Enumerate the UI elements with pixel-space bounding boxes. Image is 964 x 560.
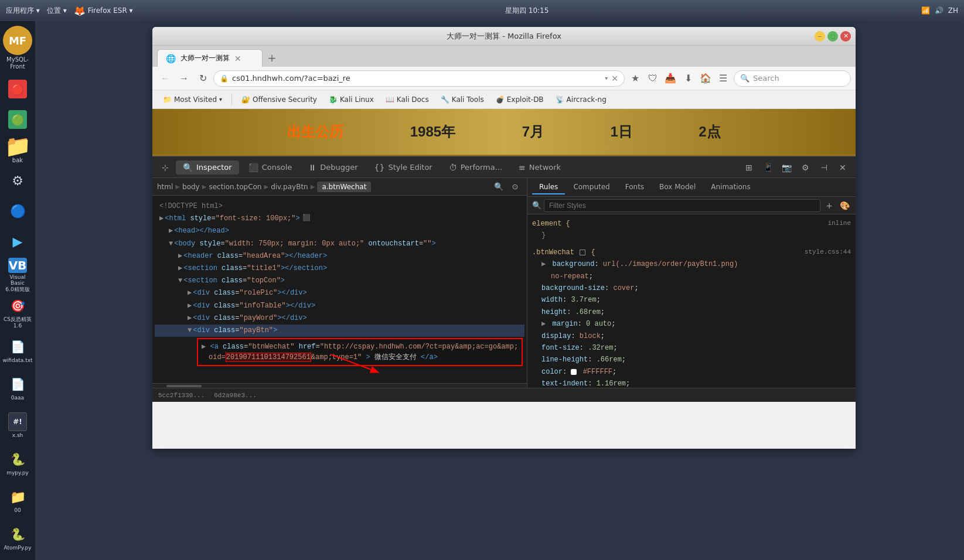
address-dropdown-icon[interactable]: ▾ [605,75,608,81]
breadcrumb-div[interactable]: div.payBtn [271,183,308,191]
sidebar-icon-vb[interactable]: VB Visual Basic6.0精简版 [4,258,32,293]
sidebar-icon-1[interactable]: 🟢 [4,105,32,134]
tab-performance[interactable]: ⏱ Performa... [442,161,509,175]
css-tab-computed[interactable]: Computed [566,180,616,194]
sidebar-icon-cs[interactable]: 🎯 CS反恐精英1.6 [4,295,32,330]
expand-rolepic[interactable]: ▶ [188,288,192,299]
search-box[interactable]: 🔍 Search [734,70,851,87]
tab-debugger[interactable]: ⏸ Debugger [301,161,365,175]
css-tab-animations[interactable]: Animations [704,180,757,194]
tab-inspector[interactable]: 🔍 Inspector [176,161,239,175]
download-button[interactable]: ⬇ [680,70,696,87]
new-tab-button[interactable]: + [264,49,280,66]
css-tab-rules[interactable]: Rules [532,180,565,194]
taskbar-position[interactable]: 位置 ▾ [47,6,67,16]
sidebar-icon-bak[interactable]: 📁 bak [4,136,32,164]
css-tab-boxmodel[interactable]: Box Model [652,180,703,194]
expand-a: ▶ [202,343,206,351]
devtools-responsive-button[interactable]: 📱 [759,159,776,176]
user-avatar[interactable]: MF MySQL-Front [3,26,32,70]
bookmark-kali-tools[interactable]: 🔧 Kali Tools [436,94,489,105]
css-prop-font-size: font-size: .32rem; [541,342,851,354]
tab-console[interactable]: ⬛ Console [241,161,299,175]
code-line-head: ▶ <head></head> [155,225,524,237]
sidebar-icon-mypy[interactable]: 🐍 mypy.py [4,445,32,480]
tab-style-editor[interactable]: {} Style Editor [367,161,440,175]
sidebar-icon-0[interactable]: 🔴 [4,75,32,103]
bookmark-offensive[interactable]: 🔐 Offensive Security [237,94,322,105]
devtools-screenshot-button[interactable]: 📷 [778,159,795,176]
devtools-layout-button[interactable]: ⊞ [741,159,757,176]
star-button[interactable]: ★ [627,70,643,87]
language-indicator[interactable]: ZH [948,6,958,15]
home-button[interactable]: 🏠 [697,70,714,87]
background-expand[interactable]: ▶ [541,260,546,268]
expand-topcon[interactable]: ▼ [178,275,182,286]
html-code[interactable]: <!DOCTYPE html> ▶ <html style="font-size… [152,196,527,383]
bookmark-most-visited[interactable]: 📁 Most Visited ▾ [158,94,227,105]
expand-html[interactable]: ▶ [159,213,163,224]
address-reload-icon[interactable]: ✕ [611,74,618,83]
bookmarks-bar: 📁 Most Visited ▾ 🔐 Offensive Security 🐉 … [152,90,856,109]
devtools-settings-button[interactable]: ⚙ [797,159,813,176]
breadcrumb-search-button[interactable]: 🔍 [492,180,506,194]
sidebar-icon-blue[interactable]: 🔵 [4,197,32,225]
breadcrumb-a[interactable]: a.btnWechat [317,182,371,192]
css-color-scheme-button[interactable]: 🎨 [838,199,851,212]
shield-button[interactable]: 🛡 [645,70,661,87]
devtools-close-button[interactable]: ✕ [834,159,851,176]
css-add-rule-button[interactable]: + [823,199,836,212]
expand-header[interactable]: ▶ [178,251,182,262]
breadcrumb-section[interactable]: section.topCon [209,183,261,191]
sidebar-icon-vscode[interactable]: ▶ [4,227,32,255]
sidebar-icon-wifidata[interactable]: 📄 wifidata.txt [4,333,32,368]
nav-bar: ← → ↻ 🔒 cs01.hndhwh.com/?ac=bazi_re ▾ ✕ … [152,67,856,90]
browser-tab[interactable]: 🌐 大师一对一测算 ✕ [157,49,263,67]
toggle-indicator[interactable]: ⬛ [302,213,311,224]
sidebar-icon-gear[interactable]: ⚙️ [4,166,32,194]
close-button[interactable]: ✕ [840,31,851,42]
expand-payword[interactable]: ▶ [188,313,192,324]
taskbar-firefox[interactable]: 🦊 Firefox ESR ▾ [74,5,133,16]
expand-infotable[interactable]: ▶ [188,301,192,312]
code-line-paybtn[interactable]: ▼ <div class="payBtn" > [155,325,524,337]
maximize-button[interactable]: □ [827,31,838,42]
css-rule-checkbox[interactable] [580,250,585,255]
pocket-button[interactable]: 📥 [662,70,679,87]
tab-network[interactable]: ≡ Network [512,161,568,175]
breadcrumb-body[interactable]: body [182,183,200,191]
expand-paybtn[interactable]: ▼ [188,325,192,336]
bookmark-kali-linux[interactable]: 🐉 Kali Linux [324,94,379,105]
menu-button[interactable]: ☰ [715,70,731,87]
address-bar[interactable]: 🔒 cs01.hndhwh.com/?ac=bazi_re ▾ ✕ [213,70,625,87]
cell-hour: 2点 [699,122,720,141]
css-rules-content[interactable]: element { inline } .btnWechat [527,214,856,388]
bookmark-kali-docs[interactable]: 📖 Kali Docs [381,94,434,105]
sidebar-icon-0aaa[interactable]: 📄 0aaa [4,370,32,405]
expand-section1[interactable]: ▶ [178,263,182,274]
html-scrollbar[interactable] [152,383,527,388]
reload-button[interactable]: ↻ [195,70,211,87]
back-button[interactable]: ← [157,70,173,87]
bookmark-aircrack[interactable]: 📡 Aircrack-ng [551,94,611,105]
expand-body[interactable]: ▼ [169,238,173,250]
tab-close-icon[interactable]: ✕ [234,54,241,63]
breadcrumb-html[interactable]: html [157,183,173,191]
devtools-dock-button[interactable]: ⊣ [816,159,832,176]
expand-head[interactable]: ▶ [169,226,173,237]
bookmark-exploit-db[interactable]: 💣 Exploit-DB [491,94,549,105]
sidebar-icon-atompy[interactable]: 🐍 AtomPy.py [4,520,32,555]
color-swatch-white[interactable] [571,369,577,375]
sidebar-icon-xsh[interactable]: #! x.sh [4,408,32,443]
margin-expand[interactable]: ▶ [541,320,546,328]
forward-button[interactable]: → [176,70,192,87]
code-line-a-element[interactable]: ▶ <a class="btnWechat" href="http://cspa… [155,337,524,367]
minimize-button[interactable]: − [815,31,825,42]
sidebar-icon-00[interactable]: 📁 00 [4,483,32,518]
console-icon: ⬛ [248,163,258,172]
css-tab-fonts[interactable]: Fonts [618,180,651,194]
taskbar-apps[interactable]: 应用程序 ▾ [6,6,40,16]
css-filter-input[interactable] [544,199,820,212]
inspector-cursor-button[interactable]: ⊹ [157,159,173,176]
breadcrumb-node-button[interactable]: ⊙ [508,180,522,194]
